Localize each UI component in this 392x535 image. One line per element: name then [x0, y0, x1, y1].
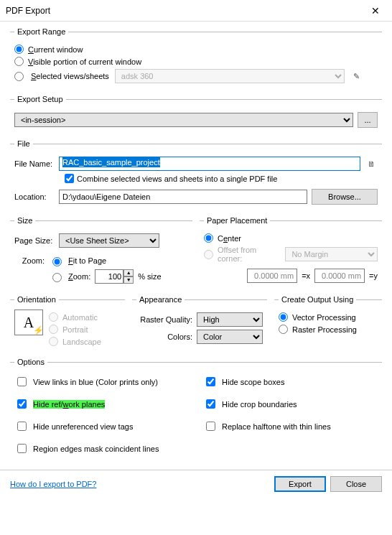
label-offset: Offset from corner:: [218, 246, 282, 263]
help-link[interactable]: How do I export to PDF?: [10, 480, 96, 488]
export-setup-select[interactable]: <in-session>: [14, 113, 353, 127]
export-range-group: Export Range Current window Visible port…: [10, 27, 382, 89]
location-label: Location:: [14, 192, 55, 201]
radio-center[interactable]: [204, 233, 213, 243]
file-legend: File: [14, 139, 33, 148]
close-icon[interactable]: ✕: [365, 5, 386, 17]
zoom-spinner[interactable]: ▲▼: [95, 269, 134, 284]
label-current-window: Current window: [28, 45, 83, 54]
label-selected-views: Selected views/sheets: [31, 72, 109, 80]
radio-current-window[interactable]: [14, 45, 24, 54]
radio-fit-to-page[interactable]: [52, 257, 62, 266]
setup-more-button[interactable]: ...: [358, 112, 378, 128]
zoom-down-button[interactable]: ▼: [123, 276, 134, 284]
radio-orient-auto: [49, 312, 58, 322]
label-hide-scope: Hide scope boxes: [222, 378, 284, 386]
label-region-edges: Region edges mask coincident lines: [33, 445, 159, 453]
chk-view-links[interactable]: [17, 377, 27, 386]
appearance-legend: Appearance: [136, 295, 185, 304]
export-setup-legend: Export Setup: [14, 95, 66, 103]
appearance-group: Appearance Raster Quality: High Colors: …: [132, 295, 267, 352]
radio-vector[interactable]: [279, 312, 288, 322]
output-group: Create Output Using Vector Processing Ra…: [274, 295, 382, 352]
label-hide-unref: Hide unreferenced view tags: [33, 422, 133, 431]
colors-label: Colors:: [136, 332, 192, 341]
zoom-value-input[interactable]: [95, 269, 123, 284]
orientation-legend: Orientation: [14, 295, 59, 304]
radio-raster[interactable]: [279, 325, 288, 334]
chk-replace-half[interactable]: [206, 422, 215, 431]
label-replace-half: Replace halftone with thin lines: [222, 422, 331, 431]
chk-hide-ref[interactable]: [17, 399, 27, 409]
radio-orient-landscape: [49, 337, 58, 346]
options-legend: Options: [14, 358, 47, 366]
pagesize-select[interactable]: <Use Sheet Size>: [59, 233, 159, 248]
placement-group: Paper Placement Center Offset from corne…: [200, 216, 382, 289]
label-orient-landscape: Landscape: [62, 338, 101, 346]
filename-input[interactable]: RAC_basic_sample_project: [59, 157, 360, 171]
zoom-suffix: % size: [138, 272, 161, 281]
combine-label: Combine selected views and sheets into a…: [77, 175, 277, 183]
size-group: Size Page Size: <Use Sheet Size> Zoom: F…: [10, 216, 192, 289]
combine-checkbox[interactable]: [65, 174, 74, 183]
colors-select[interactable]: Color: [197, 330, 263, 344]
offset-x-input: [247, 269, 297, 283]
label-orient-portrait: Portrait: [62, 325, 88, 334]
label-hide-ref: Hide ref/work planes: [33, 400, 105, 409]
file-group: File File Name: RAC_basic_sample_project…: [10, 139, 382, 210]
label-orient-auto: Automatic: [62, 313, 98, 322]
radio-orient-portrait: [49, 325, 58, 334]
label-zoom: Zoom:: [68, 272, 90, 281]
zoom-up-button[interactable]: ▲: [123, 269, 134, 276]
chk-hide-unref[interactable]: [17, 422, 27, 431]
location-input[interactable]: [59, 190, 307, 204]
size-legend: Size: [14, 216, 35, 225]
bolt-icon: ⚡: [33, 325, 44, 336]
orientation-icon: A⚡: [14, 310, 43, 335]
margin-select: No Margin: [285, 247, 378, 261]
chk-region-edges[interactable]: [17, 444, 27, 453]
label-view-links: View links in blue (Color prints only): [33, 378, 158, 386]
selected-set-select: adsk 360: [115, 69, 345, 83]
options-group: Options View links in blue (Color prints…: [10, 358, 382, 461]
export-button[interactable]: Export: [274, 476, 326, 492]
pagesize-label: Page Size:: [14, 236, 55, 245]
raster-select[interactable]: High: [197, 312, 263, 327]
zoom-label: Zoom:: [14, 256, 45, 265]
label-visible-portion: Visible portion of current window: [28, 57, 141, 66]
filename-label: File Name:: [14, 159, 55, 168]
offset-y-input: [314, 269, 365, 283]
label-vector: Vector Processing: [292, 313, 356, 322]
close-button[interactable]: Close: [330, 476, 382, 492]
radio-selected-views[interactable]: [14, 72, 24, 81]
output-legend: Create Output Using: [279, 295, 356, 304]
radio-offset: [204, 250, 213, 259]
radio-zoom[interactable]: [52, 273, 62, 282]
eq-x: =x: [302, 271, 310, 280]
window-title: PDF Export: [6, 6, 365, 16]
export-setup-group: Export Setup <in-session> ...: [10, 95, 382, 134]
export-range-legend: Export Range: [14, 27, 68, 36]
chk-hide-scope[interactable]: [206, 377, 215, 386]
label-fit-to-page: Fit to Page: [68, 256, 106, 265]
label-raster: Raster Processing: [292, 325, 357, 334]
filename-text: RAC_basic_sample_project: [62, 157, 160, 167]
chk-hide-crop[interactable]: [206, 399, 215, 409]
filename-edit-icon[interactable]: 🗎: [365, 159, 378, 168]
label-center: Center: [218, 234, 241, 243]
orientation-group: Orientation A⚡ Automatic Portrait Landsc…: [10, 295, 125, 352]
raster-label: Raster Quality:: [136, 315, 192, 324]
edit-set-icon[interactable]: ✎: [350, 72, 363, 81]
browse-button[interactable]: Browse...: [312, 189, 378, 205]
radio-visible-portion[interactable]: [14, 57, 24, 66]
placement-legend: Paper Placement: [204, 216, 270, 225]
eq-y: =y: [369, 271, 378, 280]
label-hide-crop: Hide crop boundaries: [222, 400, 297, 409]
